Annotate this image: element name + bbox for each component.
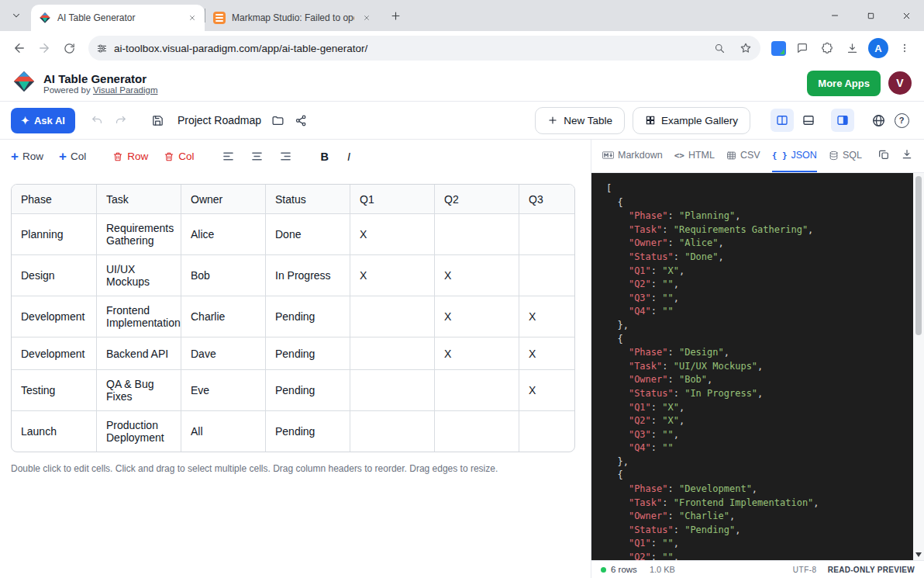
table-cell[interactable]: Development (12, 296, 97, 337)
powered-by-link[interactable]: Visual Paradigm (93, 85, 158, 95)
extension-badge-icon[interactable] (771, 41, 786, 56)
table-cell[interactable]: Testing (12, 370, 97, 411)
chat-icon[interactable] (791, 36, 814, 60)
table-cell[interactable] (350, 411, 435, 452)
scrollbar-track[interactable] (913, 173, 924, 560)
table-cell[interactable]: In Progress (266, 255, 350, 296)
toggle-preview-panel-icon[interactable] (831, 109, 854, 132)
site-info-icon[interactable] (96, 43, 108, 54)
table-header-cell[interactable]: Phase (12, 185, 97, 214)
scrollbar-thumb[interactable] (915, 176, 922, 335)
table-cell[interactable]: Pending (266, 296, 350, 337)
tab-html[interactable]: <> HTML (674, 140, 715, 172)
table-cell[interactable]: X (435, 337, 519, 370)
table-cell[interactable]: Pending (266, 411, 350, 452)
table-cell[interactable] (350, 370, 435, 411)
layout-split-view-icon[interactable] (771, 109, 794, 132)
copy-icon[interactable] (877, 148, 890, 164)
table-cell[interactable]: X (435, 296, 519, 337)
tab-close-icon[interactable] (360, 12, 373, 24)
table-cell[interactable]: Eve (181, 370, 266, 411)
table-cell[interactable]: Launch (12, 411, 97, 452)
table-cell[interactable]: Bob (181, 255, 266, 296)
ask-ai-button[interactable]: ✦ Ask AI (11, 108, 75, 133)
table-cell[interactable]: QA & Bug Fixes (97, 370, 181, 411)
table-cell[interactable]: X (519, 337, 576, 370)
download-preview-icon[interactable] (901, 148, 913, 164)
minimize-button[interactable] (817, 0, 853, 31)
save-icon[interactable] (147, 109, 170, 132)
table-header-cell[interactable]: Q2 (435, 185, 519, 214)
table-cell[interactable]: All (181, 411, 266, 452)
extensions-puzzle-icon[interactable] (815, 36, 839, 60)
table-cell[interactable] (519, 411, 576, 452)
tab-sql[interactable]: SQL (829, 140, 862, 172)
table-cell[interactable] (435, 214, 519, 255)
table-cell[interactable]: Charlie (181, 296, 266, 337)
table-cell[interactable]: X (435, 255, 519, 296)
table-header-cell[interactable]: Owner (181, 185, 266, 214)
reload-icon[interactable] (57, 36, 81, 60)
table-header-cell[interactable]: Q1 (350, 185, 435, 214)
align-left-button[interactable] (222, 150, 235, 163)
download-icon[interactable] (840, 36, 864, 60)
close-window-button[interactable] (888, 0, 924, 31)
add-col-button[interactable]: + Col (59, 151, 86, 162)
italic-button[interactable]: I (344, 151, 350, 163)
browser-profile-avatar[interactable]: A (868, 38, 888, 58)
undo-icon[interactable] (86, 109, 109, 132)
table-cell[interactable]: Development (12, 337, 97, 370)
document-title[interactable]: Project Roadmap (178, 114, 261, 126)
maximize-button[interactable] (853, 0, 888, 31)
zoom-icon[interactable] (709, 38, 729, 58)
tab-csv[interactable]: CSV (726, 140, 760, 172)
table-cell[interactable]: Done (266, 214, 350, 255)
table-header-cell[interactable]: Status (266, 185, 350, 214)
align-right-button[interactable] (279, 150, 292, 163)
table-cell[interactable]: Production Deployment (97, 411, 181, 452)
table-cell[interactable] (435, 370, 519, 411)
table-cell[interactable]: UI/UX Mockups (97, 255, 181, 296)
table-cell[interactable] (350, 337, 435, 370)
help-icon[interactable]: ? (890, 109, 913, 132)
more-apps-button[interactable]: More Apps (807, 71, 881, 96)
redo-icon[interactable] (109, 109, 133, 132)
tab-close-icon[interactable] (186, 12, 198, 24)
bold-button[interactable]: B (320, 151, 328, 163)
table-cell[interactable]: X (350, 214, 435, 255)
table-cell[interactable] (519, 214, 576, 255)
table-header-cell[interactable]: Task (97, 185, 181, 214)
table-cell[interactable]: X (350, 255, 435, 296)
delete-row-button[interactable]: Row (112, 151, 148, 162)
browser-menu-icon[interactable] (893, 36, 916, 60)
browser-tab-inactive[interactable]: Markmap Studio: Failed to open (205, 5, 379, 31)
table-cell[interactable]: Alice (181, 214, 266, 255)
table-cell[interactable]: X (519, 370, 576, 411)
table-cell[interactable]: Pending (266, 370, 350, 411)
table-header-cell[interactable]: Q3 (519, 185, 576, 214)
bookmark-star-icon[interactable] (736, 38, 756, 58)
url-text[interactable]: ai-toolbox.visual-paradigm.com/app/ai-ta… (114, 43, 703, 54)
browser-tab-active[interactable]: AI Table Generator (31, 5, 205, 31)
table-cell[interactable]: X (519, 296, 576, 337)
table-cell[interactable]: Frontend Implementation (97, 296, 181, 337)
add-row-button[interactable]: + Row (11, 151, 43, 162)
tab-markdown[interactable]: Markdown (602, 140, 663, 172)
back-icon[interactable] (8, 36, 31, 60)
open-folder-icon[interactable] (266, 109, 289, 132)
language-globe-icon[interactable] (867, 109, 890, 132)
table-cell[interactable]: Dave (181, 337, 266, 370)
layout-bottom-panel-icon[interactable] (797, 109, 820, 132)
table-cell[interactable] (519, 255, 576, 296)
table-cell[interactable]: Requirements Gathering (97, 214, 181, 255)
url-bar[interactable]: ai-toolbox.visual-paradigm.com/app/ai-ta… (88, 36, 760, 61)
table-cell[interactable] (350, 296, 435, 337)
table-cell[interactable]: Planning (12, 214, 97, 255)
tab-json[interactable]: { } JSON (772, 140, 817, 172)
table-cell[interactable]: Design (12, 255, 97, 296)
align-center-button[interactable] (250, 150, 264, 163)
table-cell[interactable] (435, 411, 519, 452)
delete-col-button[interactable]: Col (164, 151, 194, 162)
scrollbar-down-arrow-icon[interactable] (915, 552, 922, 557)
new-table-button[interactable]: New Table (535, 107, 625, 134)
